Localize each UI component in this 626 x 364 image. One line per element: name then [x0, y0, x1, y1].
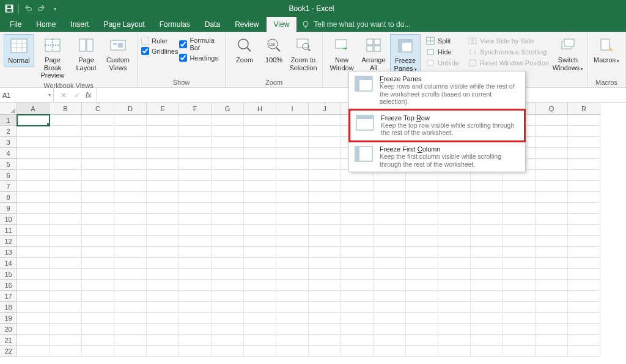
cell[interactable]: [244, 269, 276, 280]
cell[interactable]: [341, 291, 374, 302]
cell[interactable]: [309, 346, 341, 357]
cell[interactable]: [568, 335, 600, 346]
cell[interactable]: [276, 225, 309, 236]
column-header[interactable]: C: [82, 103, 114, 115]
cell[interactable]: [17, 159, 50, 170]
cell[interactable]: [50, 335, 82, 346]
cell[interactable]: [147, 203, 179, 214]
select-all-triangle[interactable]: [0, 103, 17, 115]
cell[interactable]: [471, 302, 503, 313]
cell[interactable]: [406, 236, 438, 247]
cell[interactable]: [471, 313, 503, 324]
row-header[interactable]: 20: [0, 324, 17, 335]
cell[interactable]: [179, 302, 212, 313]
cell[interactable]: [309, 170, 341, 181]
cell[interactable]: [568, 181, 600, 192]
cell[interactable]: [17, 313, 50, 324]
cell[interactable]: [309, 181, 341, 192]
cell[interactable]: [568, 236, 600, 247]
cell[interactable]: [276, 346, 309, 357]
cell[interactable]: [114, 346, 147, 357]
cell[interactable]: [179, 324, 212, 335]
cell[interactable]: [536, 214, 568, 225]
cell[interactable]: [276, 269, 309, 280]
cell[interactable]: [309, 192, 341, 203]
cell[interactable]: [276, 291, 309, 302]
cell[interactable]: [82, 170, 114, 181]
cell[interactable]: [309, 203, 341, 214]
cell[interactable]: [179, 280, 212, 291]
cell[interactable]: [536, 225, 568, 236]
cell[interactable]: [147, 346, 179, 357]
cell[interactable]: [536, 126, 568, 137]
cell[interactable]: [568, 280, 600, 291]
cell[interactable]: [212, 126, 244, 137]
cell[interactable]: [147, 269, 179, 280]
cell[interactable]: [503, 236, 536, 247]
cell[interactable]: [309, 313, 341, 324]
cell[interactable]: [406, 335, 438, 346]
cell[interactable]: [82, 126, 114, 137]
freeze-first-column-option[interactable]: Freeze First Column Keep the first colum…: [349, 142, 525, 172]
cell[interactable]: [536, 269, 568, 280]
cell[interactable]: [244, 291, 276, 302]
cell[interactable]: [17, 335, 50, 346]
cell[interactable]: [50, 313, 82, 324]
column-header[interactable]: H: [244, 103, 276, 115]
cell[interactable]: [114, 203, 147, 214]
column-header[interactable]: E: [147, 103, 179, 115]
column-header[interactable]: G: [212, 103, 244, 115]
cell[interactable]: [244, 214, 276, 225]
cell[interactable]: [568, 170, 600, 181]
cell[interactable]: [17, 225, 50, 236]
cell[interactable]: [244, 313, 276, 324]
cell[interactable]: [212, 148, 244, 159]
column-header[interactable]: Q: [536, 103, 568, 115]
cell[interactable]: [50, 269, 82, 280]
cell[interactable]: [179, 335, 212, 346]
cell[interactable]: [438, 203, 471, 214]
cell[interactable]: [406, 203, 438, 214]
cell[interactable]: [212, 280, 244, 291]
name-box[interactable]: A1 ▾: [0, 88, 54, 102]
cell[interactable]: [276, 126, 309, 137]
cell[interactable]: [147, 258, 179, 269]
cell[interactable]: [309, 302, 341, 313]
cell[interactable]: [17, 280, 50, 291]
cell[interactable]: [309, 214, 341, 225]
cell[interactable]: [179, 214, 212, 225]
cell[interactable]: [114, 236, 147, 247]
cell[interactable]: [50, 126, 82, 137]
cell[interactable]: [536, 148, 568, 159]
cell[interactable]: [503, 269, 536, 280]
cell[interactable]: [244, 258, 276, 269]
cell[interactable]: [82, 335, 114, 346]
split-button[interactable]: Split: [423, 35, 462, 46]
cell[interactable]: [568, 247, 600, 258]
cell[interactable]: [374, 280, 406, 291]
cell[interactable]: [536, 302, 568, 313]
cell[interactable]: [82, 192, 114, 203]
cell[interactable]: [147, 181, 179, 192]
cell[interactable]: [406, 291, 438, 302]
cell[interactable]: [438, 280, 471, 291]
cell[interactable]: [341, 346, 374, 357]
row-header[interactable]: 4: [0, 148, 17, 159]
row-header[interactable]: 9: [0, 203, 17, 214]
cell[interactable]: [17, 148, 50, 159]
cell[interactable]: [179, 269, 212, 280]
cell[interactable]: [212, 335, 244, 346]
cell[interactable]: [276, 313, 309, 324]
cell[interactable]: [471, 203, 503, 214]
cell[interactable]: [341, 313, 374, 324]
cell[interactable]: [147, 280, 179, 291]
cell[interactable]: [536, 324, 568, 335]
cell[interactable]: [438, 291, 471, 302]
cell[interactable]: [50, 159, 82, 170]
cell[interactable]: [147, 148, 179, 159]
cell[interactable]: [17, 126, 50, 137]
cell[interactable]: [179, 170, 212, 181]
row-header[interactable]: 13: [0, 247, 17, 258]
cell[interactable]: [309, 115, 341, 126]
row-header[interactable]: 22: [0, 346, 17, 357]
